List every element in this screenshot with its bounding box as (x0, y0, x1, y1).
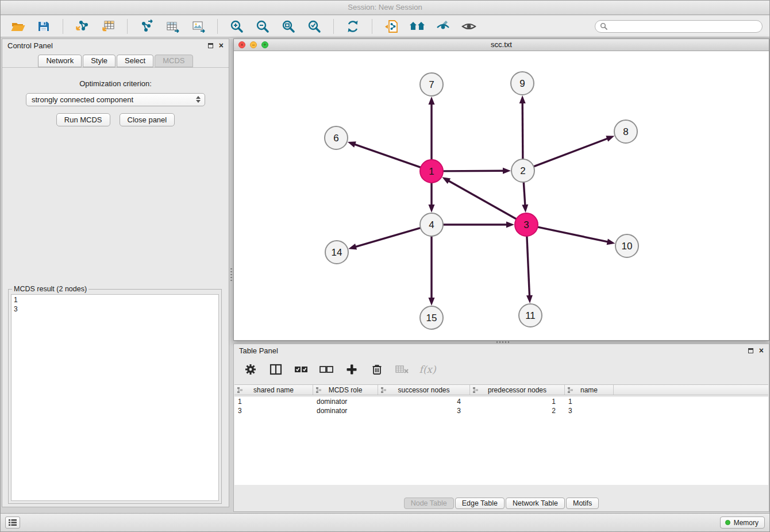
search-input[interactable] (610, 22, 757, 30)
network-window-titlebar[interactable]: × – + scc.txt (234, 39, 769, 51)
delete-row-button[interactable] (367, 360, 387, 379)
graph-node-8[interactable]: 8 (614, 120, 637, 143)
close-panel-icon[interactable]: × (759, 346, 764, 354)
table-cell[interactable]: 3 (234, 406, 313, 415)
tab-style[interactable]: Style (83, 55, 116, 67)
graph-node-6[interactable]: 6 (325, 126, 348, 149)
graph-node-7[interactable]: 7 (420, 73, 443, 96)
show-panels-button[interactable] (5, 516, 20, 529)
new-network-button[interactable] (136, 17, 157, 36)
column-menu-icon[interactable] (567, 387, 573, 395)
result-value[interactable]: 3 (14, 304, 216, 314)
vertical-splitter[interactable] (229, 38, 233, 507)
graph-edge-4-14[interactable] (355, 228, 421, 247)
graph-edge-1-2[interactable] (443, 171, 504, 171)
node-table-body[interactable]: 1dominator4113dominator323 (234, 397, 768, 485)
float-panel-icon[interactable] (748, 348, 753, 353)
graph-node-10[interactable]: 10 (615, 234, 638, 257)
column-header-predecessor-nodes[interactable]: predecessor nodes (470, 385, 565, 395)
table-cell[interactable]: 1 (234, 397, 313, 406)
tab-network-table[interactable]: Network Table (506, 498, 565, 509)
save-session-button[interactable] (33, 17, 54, 36)
column-menu-icon[interactable] (472, 387, 479, 395)
table-cell[interactable]: 2 (470, 406, 565, 415)
zoom-out-button[interactable] (252, 17, 273, 36)
table-settings-button[interactable] (241, 360, 260, 379)
table-cell[interactable]: dominator (313, 397, 378, 406)
column-menu-icon[interactable] (380, 387, 387, 395)
graph-node-3[interactable]: 3 (515, 213, 538, 236)
graph-edge-3-1[interactable] (448, 180, 517, 219)
table-row[interactable]: 1dominator411 (234, 397, 768, 406)
tab-node-table[interactable]: Node Table (404, 498, 454, 509)
tab-select[interactable]: Select (117, 55, 153, 67)
criterion-select[interactable]: strongly connected component (26, 93, 205, 106)
apply-layout-button[interactable] (342, 17, 363, 36)
graph-node-9[interactable]: 9 (511, 72, 534, 95)
zoom-in-button[interactable] (226, 17, 247, 36)
table-cell[interactable]: 1 (565, 397, 614, 406)
mcds-result-list[interactable]: 13 (11, 294, 219, 501)
tab-motifs[interactable]: Motifs (566, 498, 599, 509)
graph-edge-2-3[interactable] (523, 182, 525, 206)
new-table-button[interactable] (162, 17, 183, 36)
graph-node-11[interactable]: 11 (519, 304, 542, 327)
tab-mcds[interactable]: MCDS (155, 55, 192, 67)
minimize-window-button[interactable]: – (250, 41, 257, 48)
close-panel-icon[interactable]: × (219, 41, 224, 49)
table-panel-header: Table Panel × (234, 344, 769, 357)
column-header-successor-nodes[interactable]: successor nodes (378, 385, 470, 395)
network-graph[interactable]: 7968124314101511 (234, 51, 769, 340)
new-network-icon (139, 19, 154, 34)
column-header-name[interactable]: name (565, 385, 614, 395)
table-cell[interactable]: 4 (378, 397, 470, 406)
zoom-fit-button[interactable] (278, 17, 299, 36)
import-table-button[interactable] (98, 17, 118, 36)
home-pages-button[interactable] (407, 17, 428, 36)
run-mcds-button[interactable]: Run MCDS (56, 113, 110, 126)
graphics-details-button[interactable] (433, 17, 453, 36)
open-session-button[interactable] (7, 17, 28, 36)
graph-node-1[interactable]: 1 (420, 160, 443, 183)
close-window-button[interactable]: × (238, 41, 245, 48)
toggle-panel-button[interactable] (266, 360, 286, 379)
table-row[interactable]: 3dominator323 (234, 406, 768, 415)
bird-eye-view-button[interactable] (459, 17, 479, 36)
select-all-button[interactable] (291, 360, 311, 379)
column-header-label: successor nodes (398, 386, 449, 394)
graph-node-2[interactable]: 2 (511, 159, 534, 182)
open-report-button[interactable] (381, 17, 402, 36)
zoom-window-button[interactable]: + (261, 41, 268, 48)
unselect-all-button[interactable] (317, 360, 336, 379)
import-network-button[interactable] (72, 17, 93, 36)
graph-edge-2-9[interactable] (522, 102, 523, 159)
memory-button[interactable]: Memory (720, 516, 765, 529)
graph-edge-1-6[interactable] (354, 144, 421, 168)
zoom-selected-button[interactable] (304, 17, 325, 36)
trash-icon (371, 363, 383, 376)
column-menu-icon[interactable] (315, 387, 322, 395)
result-value[interactable]: 1 (14, 295, 216, 304)
float-panel-icon[interactable] (208, 43, 213, 48)
graph-edge-3-11[interactable] (527, 236, 530, 296)
graph-edge-2-8[interactable] (534, 138, 608, 167)
close-panel-button[interactable]: Close panel (120, 113, 175, 126)
tab-edge-table[interactable]: Edge Table (455, 498, 505, 509)
table-cell[interactable]: 3 (565, 406, 614, 415)
table-cell[interactable]: 3 (378, 406, 470, 415)
table-cell[interactable]: 1 (470, 397, 565, 406)
graph-node-4[interactable]: 4 (420, 213, 443, 236)
search-box[interactable] (595, 20, 763, 33)
graph-node-15[interactable]: 15 (420, 306, 443, 329)
graph-edge-3-10[interactable] (538, 227, 609, 242)
column-menu-icon[interactable] (237, 387, 243, 395)
column-header-shared-name[interactable]: shared name (234, 385, 313, 395)
add-row-button[interactable] (342, 360, 361, 379)
window-titlebar[interactable]: Session: New Session (1, 1, 769, 15)
table-cell[interactable]: dominator (313, 406, 378, 415)
tab-network[interactable]: Network (38, 55, 82, 67)
column-header-MCDS-role[interactable]: MCDS role (313, 385, 378, 395)
graph-node-14[interactable]: 14 (325, 241, 348, 264)
export-image-button[interactable] (188, 17, 209, 36)
control-panel-tabs: NetworkStyleSelectMCDS (2, 52, 229, 68)
